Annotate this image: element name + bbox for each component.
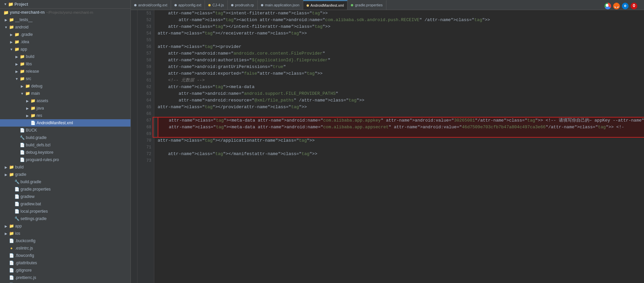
item-label-flowconfig: .flowconfig (15, 253, 34, 258)
line-num-61: 61 (140, 77, 151, 84)
sidebar-item-build_top[interactable]: ▶📁build (0, 163, 130, 171)
arrow-tests[interactable]: ▶ (3, 18, 9, 22)
sidebar-item-eslintrc[interactable]: ●.eslintrc.js (0, 244, 130, 252)
gutter-69 (131, 131, 137, 137)
browser-icons: 🦊 e O (604, 3, 637, 9)
sidebar-item-buck[interactable]: 📄BUCK (0, 127, 130, 134)
arrow-main[interactable]: ▼ (19, 92, 25, 95)
gutter-72 (131, 151, 137, 157)
arrow-app_folder[interactable]: ▶ (3, 224, 9, 228)
line-num-71: 71 (140, 144, 151, 151)
sidebar-item-build_defs[interactable]: 📄build_defs.bzl (0, 141, 130, 149)
line-num-56: 56 (140, 44, 151, 50)
sidebar-item-java[interactable]: ▶📁java (0, 104, 130, 112)
item-label-tests: __tests__ (15, 17, 33, 22)
line-num-58: 58 (140, 57, 151, 64)
tab-tab2[interactable]: app/config.ext (171, 0, 205, 10)
arrow-build_top[interactable]: ▶ (3, 165, 9, 169)
arrow-ios_folder[interactable]: ▶ (3, 232, 9, 235)
fold-gutter (131, 10, 138, 283)
sidebar-item-debug_keystore[interactable]: 📄debug.keystore (0, 149, 130, 156)
code-line-73 (158, 157, 644, 164)
arrow-debug[interactable]: ▶ (19, 84, 25, 88)
sidebar-item-app_folder[interactable]: ▶📁app (0, 222, 130, 230)
line-num-62: 62 (140, 84, 151, 90)
tab-tab5[interactable]: main.application.json (258, 0, 303, 10)
item-label-main: main (31, 91, 40, 96)
sidebar-item-prettierrc[interactable]: 📄.prettierrc.js (0, 274, 130, 281)
sidebar-item-app[interactable]: ▼📁app (0, 46, 130, 53)
tab-tab3[interactable]: CJ-4.js (205, 0, 227, 10)
sidebar-item-assets[interactable]: ▶📁assets (0, 97, 130, 104)
sidebar-item-build_folder[interactable]: ▶📁build (0, 53, 130, 60)
sidebar-item-tests[interactable]: ▶📁__tests__ (0, 16, 130, 23)
sidebar-item-ios_folder[interactable]: ▶📁ios (0, 230, 130, 237)
item-label-gradlew: gradlew (20, 194, 35, 199)
sidebar-item-settings_gradle[interactable]: 🔧settings.gradle (0, 215, 130, 222)
item-label-build_folder: build (26, 54, 34, 59)
sidebar-item-idea[interactable]: ▶📁.idea (0, 38, 130, 46)
sidebar-item-build_gradle_app[interactable]: 🔧build.gradle (0, 134, 130, 141)
sidebar-item-root[interactable]: 📁 ysmz-merchant-rn ~/Projects/ysmz-merch… (0, 9, 130, 16)
sidebar-item-gradlew_bat[interactable]: 📄gradlew.bat (0, 200, 130, 208)
gutter-57 (131, 50, 137, 57)
sidebar-item-gitignore[interactable]: 📄.gitignore (0, 267, 130, 274)
arrow-gradle[interactable]: ▶ (9, 33, 14, 37)
tab-tab7[interactable]: gradle.properties (347, 0, 386, 10)
sidebar-item-gradle[interactable]: ▶📁.gradle (0, 31, 130, 38)
arrow-java[interactable]: ▶ (25, 107, 30, 110)
project-arrow[interactable]: ▼ (3, 2, 8, 6)
item-label-assets: assets (37, 98, 48, 103)
sidebar-item-debug[interactable]: ▶📁debug (0, 82, 130, 90)
arrow-release[interactable]: ▶ (14, 70, 19, 73)
code-line-70: attr-name">class="tag"></applicationattr… (158, 137, 644, 144)
sidebar-item-gradlew[interactable]: 📄gradlew (0, 193, 130, 200)
arrow-assets[interactable]: ▶ (25, 99, 30, 103)
arrow-android[interactable]: ▼ (3, 25, 9, 29)
sidebar-item-androidmanifest[interactable]: 📄AndroidManifest.xml (0, 119, 130, 127)
code-line-72: attr-name">class="tag"></manifestattr-na… (158, 151, 644, 157)
firefox-icon[interactable]: 🦊 (613, 3, 620, 9)
sidebar-item-src[interactable]: ▼📁src (0, 75, 130, 82)
sidebar-item-build_gradle_root[interactable]: 🔧build.gradle (0, 178, 130, 186)
sidebar-item-local_properties[interactable]: 📄local.properties (0, 208, 130, 215)
arrow-app[interactable]: ▼ (9, 48, 14, 51)
item-label-idea: .idea (20, 40, 29, 44)
sidebar-item-flowconfig[interactable]: 📄.flowconfig (0, 252, 130, 259)
sidebar-item-buckconfig[interactable]: 📄.buckconfig (0, 237, 130, 244)
tab-tab6[interactable]: AndroidManifest.xml (303, 0, 348, 10)
arrow-build_folder[interactable]: ▶ (14, 55, 19, 59)
arrow-idea[interactable]: ▶ (9, 40, 14, 44)
gutter-52 (131, 17, 137, 23)
sidebar-item-res[interactable]: ▶📁res (0, 112, 130, 119)
arrow-src[interactable]: ▼ (14, 77, 19, 81)
code-line-57: attr-name">android:name="androidx.core.c… (158, 50, 644, 57)
gutter-68 (131, 124, 137, 131)
gutter-62 (131, 84, 137, 90)
sidebar-item-android[interactable]: ▼📁android (0, 23, 130, 31)
code-line-71 (158, 144, 644, 151)
tab-tab4[interactable]: prodrush.rp (228, 0, 258, 10)
arrow-libs[interactable]: ▶ (14, 62, 19, 66)
sidebar-item-release[interactable]: ▶📁release (0, 68, 130, 75)
sidebar-item-libs[interactable]: ▶📁libs (0, 60, 130, 68)
item-label-build_defs: build_defs.bzl (26, 143, 50, 147)
item-label-gradlew_bat: gradlew.bat (20, 202, 41, 206)
sidebar-item-proguard_rules[interactable]: 📄proguard-rules.pro (0, 156, 130, 163)
code-line-59: attr-name">android:grantUriPermissions="… (158, 64, 644, 70)
sidebar-item-gradle_folder[interactable]: ▶📁gradle (0, 171, 130, 178)
arrow-res[interactable]: ▶ (25, 114, 30, 118)
gutter-73 (131, 157, 137, 164)
code-line-69 (158, 131, 644, 137)
code-line-53: attr-name">class="tag"></intent-filterat… (158, 23, 644, 30)
sidebar-item-gitattributes[interactable]: 📄.gitattributes (0, 259, 130, 267)
opera-icon[interactable]: O (631, 3, 637, 9)
tab-tab1[interactable]: android/config.ext (131, 0, 171, 10)
sidebar-item-watchmanconfig[interactable]: 📄.watchmanconfig (0, 281, 130, 283)
line-num-72: 72 (140, 151, 151, 157)
sidebar-item-gradle_properties[interactable]: 📄gradle.properties (0, 186, 130, 193)
edge-icon[interactable]: e (622, 3, 629, 9)
sidebar-item-main[interactable]: ▼📁main (0, 90, 130, 97)
chrome-icon[interactable] (604, 3, 611, 9)
arrow-gradle_folder[interactable]: ▶ (3, 173, 9, 176)
